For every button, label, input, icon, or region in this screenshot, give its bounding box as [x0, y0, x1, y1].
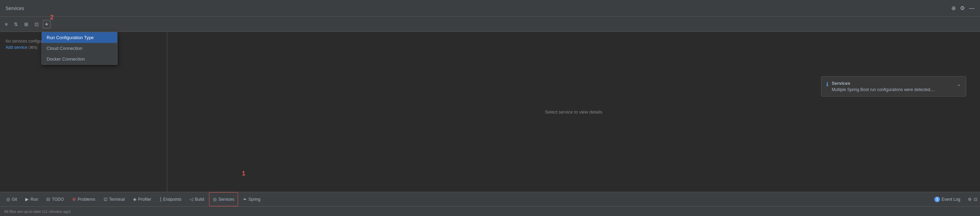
- event-log-label: Event Log: [942, 197, 960, 202]
- collapse-all-button[interactable]: ≡: [3, 20, 10, 29]
- select-service-hint: Select service to view details: [545, 109, 602, 115]
- settings-small-icon[interactable]: ⚙: [968, 197, 972, 202]
- endpoints-icon: ⟆: [160, 197, 161, 202]
- services-icon: ◎: [213, 197, 217, 202]
- notification-panel: ℹ Services Multiple Spring Boot run conf…: [821, 76, 966, 97]
- title-bar: Services ⊕ ⚙ —: [0, 0, 980, 17]
- problems-icon: ⊗: [72, 197, 76, 202]
- right-panel: Select service to view details: [167, 32, 980, 192]
- tab-spring[interactable]: ❧ Spring: [239, 192, 264, 206]
- spring-icon: ❧: [243, 197, 247, 202]
- run-icon: ▶: [25, 197, 29, 202]
- notification-content: Services Multiple Spring Boot run config…: [832, 81, 953, 92]
- globe-icon[interactable]: ⊕: [951, 5, 956, 11]
- add-service-shortcut: (⌘N): [28, 45, 37, 50]
- tab-spring-label: Spring: [248, 197, 261, 202]
- tab-services[interactable]: ◎ Services: [209, 192, 238, 206]
- tab-todo-label: TODO: [52, 197, 64, 202]
- tab-run[interactable]: ▶ Run: [22, 192, 41, 206]
- todo-icon: ⊟: [46, 197, 50, 202]
- tab-build-label: Build: [195, 197, 204, 202]
- gear-icon[interactable]: ⚙: [960, 5, 965, 11]
- terminal-icon: ⊡: [103, 197, 107, 202]
- tab-services-label: Services: [218, 197, 234, 202]
- tab-profiler[interactable]: ◈ Profiler: [130, 192, 155, 206]
- pin-button[interactable]: ⊡: [32, 20, 41, 29]
- layout-icon[interactable]: ⊡: [974, 197, 977, 202]
- tab-build[interactable]: ◁ Build: [186, 192, 208, 206]
- window-title: Services: [6, 6, 24, 11]
- tab-endpoints[interactable]: ⟆ Endpoints: [156, 192, 185, 206]
- dropdown-item-run-config[interactable]: Run Configuration Type: [42, 32, 117, 43]
- toolbar: ≡ ⇅ ⊞ ⊡ + Run Configuration Type Cloud C…: [0, 17, 980, 32]
- main-area: No services configured. Add service (⌘N)…: [0, 32, 980, 192]
- event-log-tab[interactable]: 1 Event Log: [931, 195, 964, 204]
- group-button[interactable]: ⊞: [22, 20, 30, 29]
- add-button[interactable]: +: [43, 20, 50, 29]
- status-text: All files are up-to-date (11 minutes ago…: [4, 210, 71, 214]
- profiler-icon: ◈: [133, 197, 137, 202]
- tab-terminal[interactable]: ⊡ Terminal: [100, 192, 128, 206]
- tab-todo[interactable]: ⊟ TODO: [43, 192, 67, 206]
- minimize-icon[interactable]: —: [969, 5, 974, 11]
- tab-problems[interactable]: ⊗ Problems: [69, 192, 99, 206]
- tab-git[interactable]: ◎ Git: [3, 192, 21, 206]
- status-bar: All files are up-to-date (11 minutes ago…: [0, 206, 980, 216]
- tab-run-label: Run: [30, 197, 38, 202]
- notification-info-icon: ℹ: [826, 81, 828, 88]
- tab-terminal-label: Terminal: [109, 197, 125, 202]
- dropdown-item-docker[interactable]: Docker Connection: [42, 54, 117, 64]
- notification-text: Multiple Spring Boot run configurations …: [832, 87, 953, 92]
- git-icon: ◎: [6, 197, 10, 202]
- tab-problems-label: Problems: [78, 197, 95, 202]
- notification-chevron-icon[interactable]: ⌄: [957, 82, 961, 87]
- dropdown-item-cloud[interactable]: Cloud Connection: [42, 43, 117, 54]
- notification-title: Services: [832, 81, 953, 86]
- tab-git-label: Git: [12, 197, 17, 202]
- build-icon: ◁: [190, 197, 193, 202]
- title-bar-actions: ⊕ ⚙ —: [951, 5, 974, 11]
- event-log-badge: 1: [934, 197, 940, 202]
- annotation-badge-1: 1: [242, 170, 245, 177]
- annotation-badge-2: 2: [50, 14, 54, 21]
- tab-endpoints-label: Endpoints: [163, 197, 181, 202]
- tab-profiler-label: Profiler: [138, 197, 151, 202]
- add-dropdown-menu: Run Configuration Type Cloud Connection …: [41, 32, 118, 65]
- expand-all-button[interactable]: ⇅: [12, 20, 20, 29]
- add-service-link[interactable]: Add service: [6, 45, 27, 50]
- bottom-toolbar: ◎ Git ▶ Run ⊟ TODO ⊗ Problems ⊡ Terminal…: [0, 192, 980, 206]
